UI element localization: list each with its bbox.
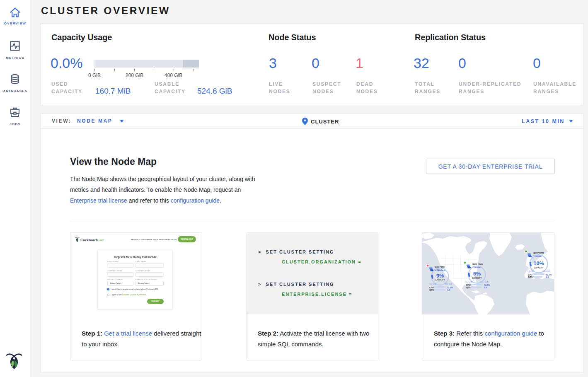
svg-text:34.4 GiB: 34.4 GiB xyxy=(542,270,551,273)
svg-text:CAPACITY: CAPACITY xyxy=(435,279,445,281)
svg-text:3.2 GiB: 3.2 GiB xyxy=(429,283,436,285)
svg-text:10%: 10% xyxy=(533,261,544,266)
svg-text:4.7: 4.7 xyxy=(447,289,450,291)
svg-text:53.3%: 53.3% xyxy=(546,273,552,276)
svg-text:CPU: CPU xyxy=(466,284,471,286)
svg-text:3.6 GiB: 3.6 GiB xyxy=(527,270,534,273)
svg-text:CPU: CPU xyxy=(528,273,532,276)
svg-text:0.0: 0.0 xyxy=(484,286,487,289)
svg-text:0.4: 0.4 xyxy=(546,276,549,278)
svg-text:geo~nyc: geo~nyc xyxy=(472,263,483,265)
svg-text:CPU: CPU xyxy=(429,286,434,289)
svg-text:QPS: QPS xyxy=(528,276,532,278)
svg-text:351 GiB: 351 GiB xyxy=(445,283,452,285)
svg-text:3.7 GiB: 3.7 GiB xyxy=(465,280,472,283)
svg-text:6%: 6% xyxy=(473,271,481,277)
svg-text:CAPACITY: CAPACITY xyxy=(534,267,543,269)
svg-text:43.7 GiB: 43.7 GiB xyxy=(480,280,489,283)
svg-text:11.0%: 11.0% xyxy=(447,286,453,289)
svg-text:QPS: QPS xyxy=(466,286,471,289)
svg-text:9%: 9% xyxy=(436,273,444,279)
svg-text:CAPACITY: CAPACITY xyxy=(472,277,482,279)
svg-text:42.5%: 42.5% xyxy=(484,284,490,286)
svg-text:geo=ams: geo=ams xyxy=(533,251,544,254)
svg-text:QPS: QPS xyxy=(429,289,434,291)
